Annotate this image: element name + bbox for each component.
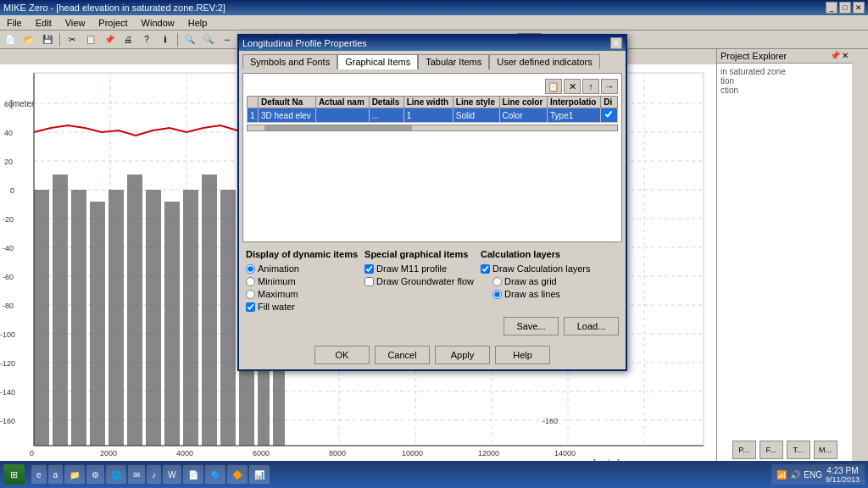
minimum-radio[interactable]: Minimum: [246, 276, 358, 286]
toolbar-cut[interactable]: ✂: [64, 32, 81, 47]
draw-as-lines-radio[interactable]: Draw as lines: [492, 289, 591, 299]
dialog-bottom: Display of dynamic items Animation Minim…: [242, 246, 622, 315]
taskbar-folder[interactable]: 📁: [64, 465, 85, 484]
toolbar-copy[interactable]: 📋: [82, 32, 99, 47]
toolbar-new[interactable]: 📄: [2, 32, 19, 47]
title-controls: _ □ ✕: [826, 2, 865, 14]
dialog-right-btn[interactable]: →: [601, 79, 618, 94]
fill-water-input[interactable]: [246, 302, 255, 312]
dialog-copy-btn[interactable]: 📋: [545, 79, 562, 94]
scroll-bar[interactable]: [247, 125, 618, 131]
menu-window[interactable]: Window: [138, 18, 178, 28]
draw-as-lines-input[interactable]: [492, 290, 502, 299]
draw-groundwater-checkbox[interactable]: Draw Groundwater flow: [364, 276, 474, 286]
toolbar-paste[interactable]: 📌: [101, 32, 118, 47]
tab-graphical-items[interactable]: Graphical Items: [337, 54, 418, 69]
svg-rect-47: [127, 175, 142, 446]
draw-calc-layers-input[interactable]: [481, 264, 490, 274]
maximize-button[interactable]: □: [839, 2, 851, 14]
dialog-delete-btn[interactable]: ✕: [564, 79, 581, 94]
minimize-button[interactable]: _: [826, 2, 837, 14]
draw-calc-layers-checkbox[interactable]: Draw Calculation layers: [481, 263, 591, 274]
apply-button[interactable]: Apply: [435, 346, 490, 364]
cancel-button[interactable]: Cancel: [375, 346, 430, 364]
taskbar-pdf[interactable]: 📄: [183, 465, 203, 484]
tab-tabular-items[interactable]: Tabular Items: [418, 54, 489, 69]
taskbar-app7[interactable]: 🔶: [227, 465, 248, 484]
pe-bottom-buttons: P... F... T... M...: [717, 437, 852, 463]
menu-edit[interactable]: Edit: [32, 18, 55, 28]
taskbar-word[interactable]: W: [163, 465, 181, 484]
toolbar-info[interactable]: ℹ: [157, 32, 174, 47]
taskbar-winamp[interactable]: ♪: [147, 465, 161, 484]
menu-project[interactable]: Project: [95, 18, 131, 28]
cell-actual-name: [315, 108, 369, 123]
menu-file[interactable]: File: [3, 18, 25, 28]
pe-btn3[interactable]: T...: [787, 441, 810, 459]
svg-text:-160: -160: [0, 417, 15, 425]
tab-bar: Symbols and Fonts Graphical Items Tabula…: [242, 54, 622, 69]
pe-btn1[interactable]: P...: [732, 441, 756, 459]
svg-text:-40: -40: [3, 244, 14, 252]
data-table: Default Na Actual nam Details Line width…: [247, 96, 618, 123]
tab-symbols-fonts[interactable]: Symbols and Fonts: [242, 54, 337, 69]
menu-help[interactable]: Help: [185, 18, 211, 28]
help-button[interactable]: Help: [495, 346, 550, 364]
tray-icon1: 📶: [776, 470, 787, 480]
fill-water-checkbox[interactable]: Fill water: [246, 302, 358, 312]
svg-rect-50: [183, 190, 198, 446]
minimum-radio-input[interactable]: [246, 277, 255, 286]
y-axis-label: [meter]: [10, 99, 36, 108]
svg-text:-120: -120: [0, 359, 15, 368]
svg-rect-45: [90, 202, 105, 446]
close-button[interactable]: ✕: [853, 2, 865, 14]
draw-m11-input[interactable]: [364, 264, 374, 274]
pe-btn4[interactable]: M...: [814, 441, 837, 459]
pe-close-btn[interactable]: ✕: [842, 51, 849, 61]
draw-m11-label: Draw M11 profile: [376, 263, 447, 274]
toolbar-save[interactable]: 💾: [39, 32, 56, 47]
svg-rect-43: [53, 175, 68, 446]
save-button[interactable]: Save...: [504, 317, 559, 336]
dialog-action-buttons: OK Cancel Apply Help: [239, 341, 626, 369]
ok-button[interactable]: OK: [314, 346, 370, 364]
toolbar-help[interactable]: ?: [138, 32, 155, 47]
col-details: Details: [369, 97, 403, 108]
draw-m11-checkbox[interactable]: Draw M11 profile: [364, 263, 474, 274]
maximum-radio-input[interactable]: [246, 290, 255, 299]
toolbar-zoom[interactable]: 🔍: [181, 32, 198, 47]
svg-rect-46: [108, 190, 124, 446]
draw-as-grid-radio[interactable]: Draw as grid: [492, 276, 591, 286]
toolbar-zoom3[interactable]: ↔: [219, 32, 236, 47]
taskbar-app8[interactable]: 📊: [249, 465, 270, 484]
col-interpolation: Interpolatio: [548, 97, 601, 108]
tray-lang: ENG: [804, 470, 822, 480]
taskbar-ie[interactable]: e: [31, 465, 47, 484]
toolbar-print[interactable]: 🖨: [120, 32, 136, 47]
animation-radio[interactable]: Animation: [246, 263, 358, 274]
pe-pin-btn[interactable]: 📌: [830, 51, 840, 61]
taskbar-app6[interactable]: 🔷: [205, 465, 225, 484]
taskbar-amazon[interactable]: a: [48, 465, 64, 484]
dialog-up-btn[interactable]: ↑: [582, 79, 599, 94]
table-row[interactable]: 1 3D head elev ... 1 Solid Color Type1: [248, 108, 618, 123]
taskbar-browser[interactable]: 🌐: [106, 465, 126, 484]
toolbar-open[interactable]: 📂: [20, 32, 37, 47]
start-button[interactable]: ⊞: [3, 464, 25, 485]
maximum-radio[interactable]: Maximum: [246, 289, 358, 299]
modal-close-button[interactable]: ✕: [610, 37, 622, 49]
modal-title: Longitudinal Profile Properties: [242, 38, 367, 48]
toolbar-zoom2[interactable]: 🔍: [200, 32, 217, 47]
svg-text:2000: 2000: [100, 449, 117, 458]
di-checkbox[interactable]: [604, 109, 614, 119]
menu-view[interactable]: View: [62, 18, 89, 28]
load-button[interactable]: Load...: [564, 317, 619, 336]
tab-user-defined[interactable]: User defined indicators: [489, 54, 600, 69]
taskbar-settings[interactable]: ⚙: [86, 465, 104, 484]
animation-radio-input[interactable]: [246, 264, 255, 274]
draw-groundwater-input[interactable]: [364, 277, 374, 286]
modal-title-bar: Longitudinal Profile Properties ✕: [239, 36, 626, 51]
taskbar-email[interactable]: ✉: [128, 465, 145, 484]
draw-as-grid-input[interactable]: [492, 277, 502, 286]
pe-btn2[interactable]: F...: [760, 441, 783, 459]
